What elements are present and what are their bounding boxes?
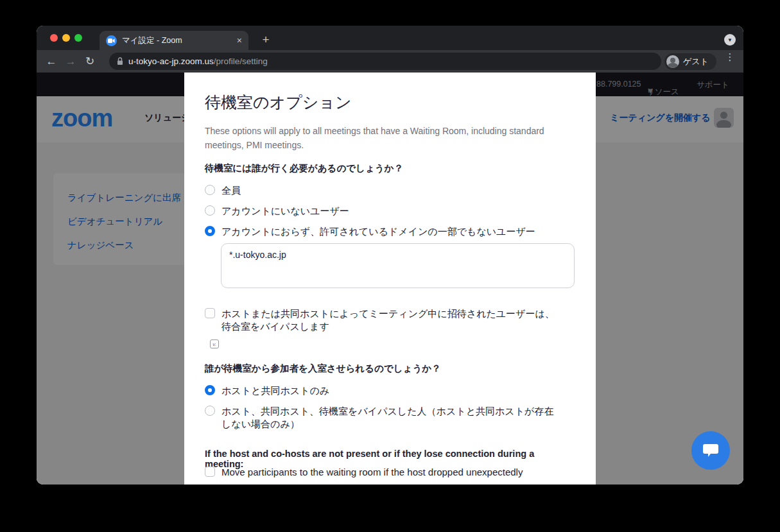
lock-icon	[117, 57, 123, 65]
broken-image-icon: v.	[210, 339, 219, 348]
dialog-title: 待機室のオプション	[205, 92, 352, 113]
titlebar: マイ設定 - Zoom × + ▼	[37, 26, 743, 50]
radio-option-host-cohosts-bypassers[interactable]: ホスト、共同ホスト、待機室をバイパスした人（ホストと共同ホストが存在しない場合の…	[205, 405, 559, 431]
browser-tab[interactable]: マイ設定 - Zoom ×	[100, 31, 248, 50]
radio-icon[interactable]	[205, 205, 215, 216]
radio-option-users-not-in-account[interactable]: アカウントにいないユーザー	[205, 205, 559, 218]
radio-icon[interactable]	[205, 406, 215, 416]
bypass-waiting-room-checkbox-row[interactable]: ホストまたは共同ホストによってミーティング中に招待されたユーザーは、待合室をバイ…	[205, 307, 559, 333]
checkbox-icon[interactable]	[205, 467, 215, 477]
close-tab-icon[interactable]: ×	[237, 36, 242, 45]
chat-widget-button[interactable]	[691, 431, 730, 470]
close-window-button[interactable]	[50, 34, 58, 42]
radio-option-host-cohosts-only[interactable]: ホストと共同ホストのみ	[205, 384, 559, 397]
dialog-description: These options will apply to all meetings…	[205, 124, 548, 152]
address-bar[interactable]: u-tokyo-ac-jp.zoom.us/profile/setting	[109, 53, 661, 70]
radio-option-everyone[interactable]: 全員	[205, 184, 559, 197]
zoom-favicon-icon	[106, 35, 117, 46]
radio-option-users-not-in-allowed-domains[interactable]: アカウントにおらず、許可されているドメインの一部でもないユーザー	[205, 225, 559, 238]
minimize-window-button[interactable]	[62, 34, 70, 42]
url-text: u-tokyo-ac-jp.zoom.us/profile/setting	[128, 56, 268, 66]
reload-icon[interactable]: ↻	[80, 55, 100, 68]
chat-bubble-icon	[702, 443, 719, 458]
chrome-chevron-icon[interactable]: ▼	[724, 34, 736, 46]
radio-selected-icon[interactable]	[205, 226, 215, 236]
waiting-room-options-dialog: 待機室のオプション These options will apply to al…	[184, 73, 596, 485]
url-path: /profile/setting	[214, 56, 268, 66]
allowed-domains-textarea[interactable]: *.u-tokyo.ac.jp	[221, 243, 575, 288]
tab-title: マイ設定 - Zoom	[122, 35, 232, 46]
browser-menu-icon[interactable]: ⋮	[725, 55, 735, 59]
browser-window: マイ設定 - Zoom × + ▼ ← → ↻ u-tokyo-ac-jp.zo…	[37, 26, 743, 485]
guest-avatar-icon	[666, 55, 679, 68]
fullscreen-window-button[interactable]	[74, 34, 82, 42]
radio-icon[interactable]	[205, 185, 215, 195]
profile-button[interactable]: ゲスト	[664, 53, 716, 70]
move-participants-checkbox-row[interactable]: Move participants to the waiting room if…	[205, 466, 559, 479]
back-icon[interactable]: ←	[42, 55, 61, 68]
radio-selected-icon[interactable]	[205, 385, 215, 395]
question-who-can-admit: 誰が待機室から参加者を入室させられるのでしょうか？	[205, 363, 441, 375]
new-tab-button[interactable]: +	[258, 33, 273, 47]
question-who-goes-to-waiting-room: 待機室には誰が行く必要があるのでしょうか？	[205, 162, 403, 175]
forward-icon[interactable]: →	[61, 55, 80, 68]
checkbox-icon[interactable]	[205, 308, 215, 318]
guest-label: ゲスト	[683, 56, 709, 67]
url-domain: u-tokyo-ac-jp.zoom.us	[128, 56, 214, 66]
